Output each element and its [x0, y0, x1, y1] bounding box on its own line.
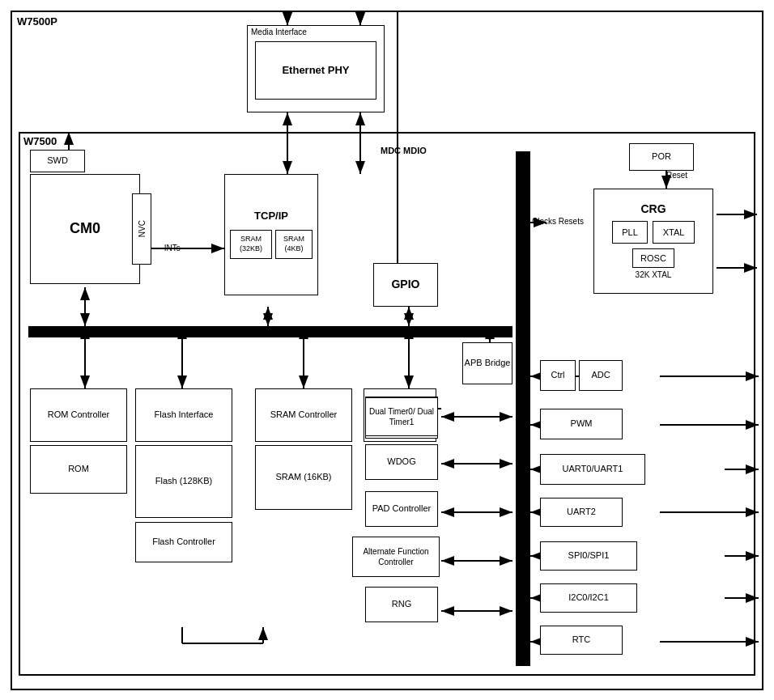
spi01-block: SPI0/SPI1	[540, 541, 637, 571]
crg-block: CRG PLL XTAL ROSC 32K XTAL	[593, 189, 713, 294]
gpio-block: GPIO	[373, 263, 438, 307]
swd-block: SWD	[30, 150, 85, 172]
xtal-32k-label: 32K XTAL	[636, 269, 672, 280]
nvc-block: NVC	[132, 193, 151, 265]
ethernet-phy-text: Ethernet PHY	[282, 64, 349, 76]
tcpip-block: TCP/IP SRAM (32KB) SRAM (4KB)	[224, 174, 318, 295]
pwm-block: PWM	[540, 409, 623, 439]
flash-128kb-block: Flash (128KB)	[135, 445, 232, 518]
apb-bridge-block: APB Bridge	[462, 342, 512, 384]
rom-controller-block: ROM Controller	[30, 388, 127, 442]
uart01-block: UART0/UART1	[540, 454, 645, 485]
flash-interface-block: Flash Interface	[135, 388, 232, 442]
wdog-block: WDOG	[365, 444, 438, 480]
dual-timer-block-2: Dual Timer0/ Dual Timer1	[365, 397, 438, 436]
ctrl-block: Ctrl	[540, 360, 576, 391]
clocks-resets-label: Clocks Resets	[532, 216, 584, 227]
rtc-block: RTC	[540, 626, 623, 655]
mdc-mdio-label: MDC MDIO	[381, 146, 427, 155]
rng-block: RNG	[365, 587, 438, 622]
ahb-bus-bar	[28, 326, 512, 337]
rom-block: ROM	[30, 445, 127, 494]
pad-controller-block: PAD Controller	[365, 491, 438, 527]
w7500-label: W7500	[23, 135, 57, 147]
uart2-block: UART2	[540, 498, 623, 527]
sram-4kb-block: SRAM (4KB)	[275, 230, 313, 259]
rosc-block: ROSC	[632, 248, 674, 268]
diagram-container: W7500P Media Interface Ethernet PHY W750…	[11, 11, 763, 690]
reset-label: Reset	[666, 171, 687, 180]
sram-controller-block: SRAM Controller	[255, 388, 352, 442]
flash-controller-block: Flash Controller	[135, 522, 232, 562]
w7500p-label: W7500P	[17, 15, 57, 28]
cm0-block: CM0	[30, 174, 140, 284]
xtal-block: XTAL	[653, 221, 695, 244]
media-interface-label: Media Interface	[251, 28, 307, 36]
pll-block: PLL	[612, 221, 648, 244]
ints-label: ← INTs	[154, 244, 181, 252]
por-block: POR	[629, 143, 694, 171]
i2c01-block: I2C0/I2C1	[540, 583, 637, 613]
apb-bus-bar	[516, 151, 530, 666]
adc-block: ADC	[579, 360, 623, 391]
sram-16kb-block: SRAM (16KB)	[255, 445, 352, 510]
sram-32kb-block: SRAM (32KB)	[230, 230, 272, 259]
alt-func-block: Alternate Function Controller	[352, 537, 440, 577]
ethernet-phy-block: Ethernet PHY	[255, 41, 376, 100]
